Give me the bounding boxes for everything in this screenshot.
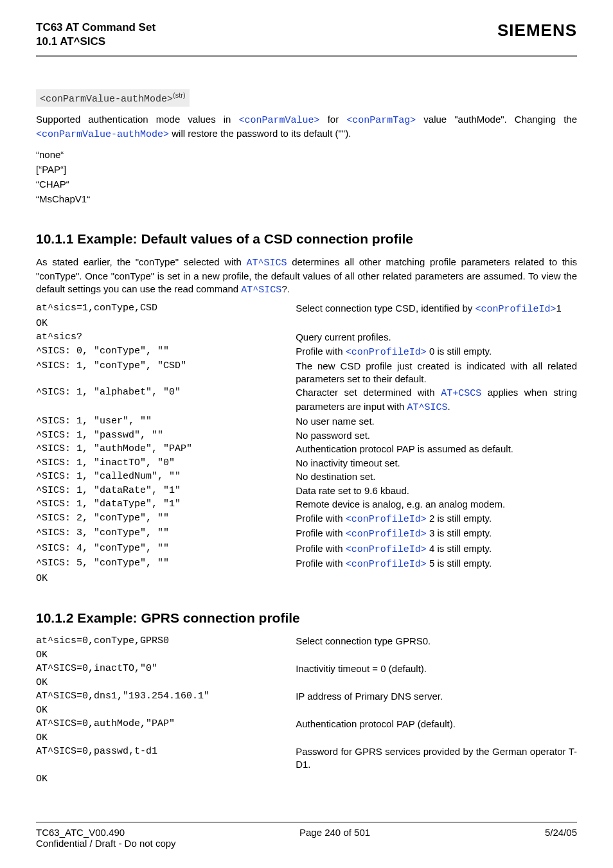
desc-cell: [296, 677, 577, 691]
table-row: ^SICS: 1, "inactTO", "0"No inactivity ti…: [36, 457, 577, 471]
param-name: <conParmValue-authMode>(str): [36, 89, 190, 107]
code-cell: ^SICS: 1, "passwd", "": [36, 429, 296, 443]
desc-cell: Query current profiles.: [296, 331, 577, 345]
table-row: OK: [36, 773, 577, 787]
code-cell: ^SICS: 1, "user", "": [36, 415, 296, 429]
desc-cell: IP address of Primary DNS server.: [296, 690, 577, 704]
code-cell: AT^SICS=0,passwd,t-d1: [36, 745, 296, 772]
footer-center: Page 240 of 501: [299, 827, 370, 838]
table-row: AT^SICS=0,passwd,t-d1Password for GPRS s…: [36, 745, 577, 772]
page-footer: TC63_ATC_V00.490 Page 240 of 501 5/24/05…: [36, 822, 577, 849]
link-atsics[interactable]: AT^SICS: [241, 285, 281, 296]
table-row: ^SICS: 1, "authMode", "PAP"Authenticatio…: [36, 443, 577, 457]
code-cell: at^sics?: [36, 331, 296, 345]
code-cell: OK: [36, 649, 296, 663]
footer-row: TC63_ATC_V00.490 Page 240 of 501 5/24/05: [36, 827, 577, 838]
table-row: ^SICS: 1, "passwd", ""No password set.: [36, 429, 577, 443]
code-cell: at^sics=0,conType,GPRS0: [36, 635, 296, 649]
desc-cell: Authentication protocol PAP (default).: [296, 718, 577, 732]
code-cell: ^SICS: 2, "conType", "": [36, 512, 296, 527]
section-title-1012: 10.1.2 Example: GPRS connection profile: [36, 610, 577, 626]
table-row: OK: [36, 677, 577, 691]
table-row: OK: [36, 572, 577, 587]
footer-right: 5/24/05: [545, 827, 577, 838]
desc-cell: Select connection type CSD, identified b…: [296, 302, 577, 317]
table-row: OK: [36, 732, 577, 746]
table-row: ^SICS: 5, "conType", ""Profile with <con…: [36, 557, 577, 572]
table-row: at^sics=0,conType,GPRS0Select connection…: [36, 635, 577, 649]
code-cell: ^SICS: 1, "calledNum", "": [36, 470, 296, 484]
desc-cell: [296, 572, 577, 587]
desc-cell: [296, 317, 577, 332]
desc-cell: Profile with <conProfileId> 5 is still e…: [296, 557, 577, 572]
desc-cell: No user name set.: [296, 415, 577, 429]
table-row: at^sics=1,conType,CSDSelect connection t…: [36, 302, 577, 317]
section-1011-intro: As stated earlier, the "conType" selecte…: [36, 256, 577, 297]
example-table-1011: at^sics=1,conType,CSDSelect connection t…: [36, 302, 577, 586]
desc-cell: Profile with <conProfileId> 4 is still e…: [296, 542, 577, 558]
code-cell: ^SICS: 4, "conType", "": [36, 542, 296, 558]
inline-link[interactable]: <conProfileId>: [346, 559, 427, 570]
table-row: ^SICS: 0, "conType", ""Profile with <con…: [36, 345, 577, 360]
example-table-1012: at^sics=0,conType,GPRS0Select connection…: [36, 635, 577, 787]
table-row: AT^SICS=0,inactTO,"0"Inactivitiy timeout…: [36, 662, 577, 677]
link-atsics[interactable]: AT^SICS: [247, 258, 287, 269]
table-row: ^SICS: 1, "calledNum", ""No destination …: [36, 470, 577, 484]
table-row: OK: [36, 649, 577, 663]
table-row: ^SICS: 1, "user", ""No user name set.: [36, 415, 577, 429]
inline-link[interactable]: <conProfileId>: [346, 514, 427, 525]
code-cell: AT^SICS=0,inactTO,"0": [36, 662, 296, 677]
desc-cell: No destination set.: [296, 470, 577, 484]
footer-left: TC63_ATC_V00.490: [36, 827, 125, 838]
desc-cell: Character set determined with AT+CSCS ap…: [296, 386, 577, 415]
page-header: TC63 AT Command Set 10.1 AT^SICS SIEMENS: [36, 21, 577, 49]
inline-link[interactable]: AT+CSCS: [441, 388, 481, 399]
footer-confidential: Confidential / Draft - Do not copy: [36, 838, 577, 849]
param-description: Supported authentication mode values in …: [36, 113, 577, 142]
code-cell: ^SICS: 1, "conType", "CSD": [36, 360, 296, 386]
section-title-1011: 10.1.1 Example: Default values of a CSD …: [36, 231, 577, 247]
table-row: ^SICS: 4, "conType", ""Profile with <con…: [36, 542, 577, 558]
code-cell: AT^SICS=0,dns1,"193.254.160.1": [36, 690, 296, 704]
desc-cell: Profile with <conProfileId> 3 is still e…: [296, 527, 577, 542]
code-cell: ^SICS: 1, "alphabet", "0": [36, 386, 296, 415]
param-block: <conParmValue-authMode>(str) Supported a…: [36, 89, 577, 207]
desc-cell: No inactivity timeout set.: [296, 457, 577, 471]
code-cell: ^SICS: 5, "conType", "": [36, 557, 296, 572]
table-row: OK: [36, 704, 577, 718]
code-cell: OK: [36, 773, 296, 787]
desc-cell: [296, 704, 577, 718]
code-cell: OK: [36, 732, 296, 746]
header-line2: 10.1 AT^SICS: [36, 35, 155, 49]
table-row: ^SICS: 1, "dataType", "1"Remote device i…: [36, 498, 577, 512]
desc-cell: Select connection type GPRS0.: [296, 635, 577, 649]
link-conparmtag[interactable]: <conParmTag>: [346, 115, 416, 126]
param-value: “CHAP“: [36, 177, 577, 191]
desc-cell: [296, 649, 577, 663]
desc-cell: Authentication protocol PAP is assumed a…: [296, 443, 577, 457]
header-title: TC63 AT Command Set 10.1 AT^SICS: [36, 21, 155, 49]
link-conparmvalue-authmode[interactable]: <conParmValue-authMode>: [36, 129, 169, 140]
table-row: AT^SICS=0,authMode,"PAP"Authentication p…: [36, 718, 577, 732]
code-cell: ^SICS: 1, "dataType", "1": [36, 498, 296, 512]
table-row: OK: [36, 317, 577, 332]
table-row: ^SICS: 3, "conType", ""Profile with <con…: [36, 527, 577, 542]
param-values: “none“ [“PAP“] “CHAP“ “MsChapV1“: [36, 147, 577, 207]
link-conparmvalue[interactable]: <conParmValue>: [239, 115, 320, 126]
inline-link[interactable]: AT^SICS: [407, 402, 448, 413]
desc-cell: Inactivitiy timeout = 0 (default).: [296, 662, 577, 677]
code-cell: ^SICS: 1, "authMode", "PAP": [36, 443, 296, 457]
inline-link[interactable]: <conProfileId>: [346, 347, 427, 358]
table-row: ^SICS: 2, "conType", ""Profile with <con…: [36, 512, 577, 527]
code-cell: ^SICS: 3, "conType", "": [36, 527, 296, 542]
inline-link[interactable]: <conProfileId>: [346, 529, 427, 540]
code-cell: ^SICS: 0, "conType", "": [36, 345, 296, 360]
desc-cell: Profile with <conProfileId> 0 is still e…: [296, 345, 577, 360]
inline-link[interactable]: <conProfileId>: [475, 304, 556, 315]
desc-cell: The new CSD profile just created is indi…: [296, 360, 577, 386]
param-value: [“PAP“]: [36, 162, 577, 177]
code-cell: ^SICS: 1, "inactTO", "0": [36, 457, 296, 471]
desc-cell: No password set.: [296, 429, 577, 443]
inline-link[interactable]: <conProfileId>: [346, 544, 427, 555]
desc-cell: Password for GPRS services provided by t…: [296, 745, 577, 772]
